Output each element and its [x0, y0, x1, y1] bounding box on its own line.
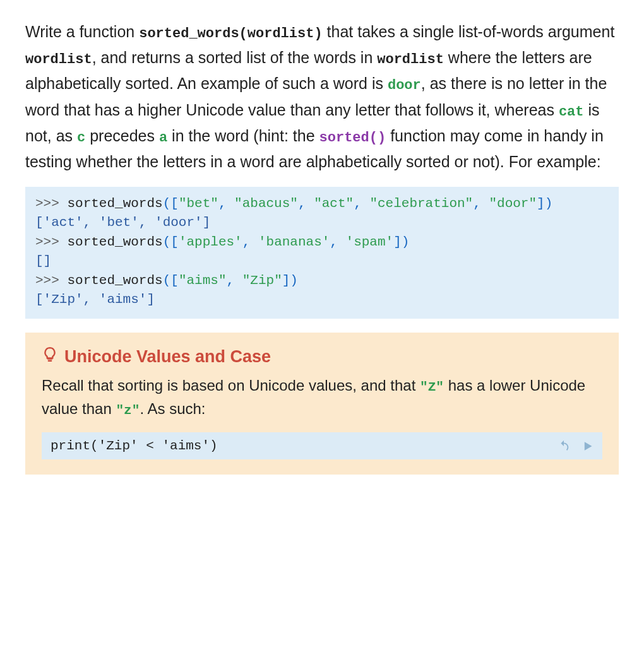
string-literal: 'aims' — [162, 439, 210, 453]
text: Write a function — [25, 23, 139, 40]
repl-prompt: >>> — [35, 235, 67, 249]
example-repl: >>> sorted_words(["bet", "abacus", "act"… — [25, 187, 619, 319]
string-literal: "Zip" — [242, 273, 282, 288]
string-literal: "aims" — [179, 273, 227, 288]
inline-code: c — [77, 130, 85, 146]
repl-output: ['act', 'bet', 'door'] — [35, 213, 609, 232]
hint-title-text: Unicode Values and Case — [64, 347, 271, 367]
text: that takes a single list-of-words argume… — [323, 23, 615, 40]
punct: ) — [210, 439, 218, 453]
inline-code: cat — [559, 104, 584, 120]
lightbulb-icon — [42, 346, 58, 367]
inline-code: "z" — [116, 403, 140, 418]
repl-line: >>> sorted_words(['apples', 'bananas', '… — [35, 233, 609, 252]
string-literal: 'bananas' — [258, 235, 330, 249]
text: . As such: — [140, 400, 205, 417]
repl-call: sorted_words — [67, 235, 162, 249]
string-literal: 'Zip' — [98, 439, 138, 453]
text: in the word (hint: the — [167, 127, 319, 145]
text: precedes — [85, 127, 159, 145]
play-icon[interactable] — [581, 440, 593, 452]
string-literal: "celebration" — [369, 196, 473, 211]
repl-output: [] — [35, 252, 609, 271]
string-literal: 'apples' — [179, 235, 242, 249]
problem-description: Write a function sorted_words(wordlist) … — [25, 19, 619, 174]
repl-call: sorted_words — [67, 196, 162, 211]
inline-code: wordlist — [377, 52, 444, 68]
repl-call: sorted_words — [67, 273, 162, 288]
string-literal: "abacus" — [234, 196, 298, 211]
string-literal: "door" — [489, 196, 537, 211]
inline-code: "Z" — [420, 379, 444, 394]
string-literal: "act" — [314, 196, 354, 211]
builtin: print — [51, 439, 90, 453]
text: Recall that sorting is based on Unicode … — [42, 377, 420, 394]
inline-code: sorted() — [319, 130, 386, 146]
repl-prompt: >>> — [35, 273, 67, 288]
hint-code-block: print('Zip' < 'aims') — [42, 432, 602, 459]
inline-code: door — [388, 78, 421, 93]
string-literal: 'spam' — [346, 235, 394, 249]
repl-line: >>> sorted_words(["bet", "abacus", "act"… — [35, 194, 609, 213]
repl-output: ['Zip', 'aims'] — [35, 290, 609, 309]
repl-line: >>> sorted_words(["aims", "Zip"]) — [35, 271, 609, 290]
text: , and returns a sorted list of the words… — [92, 49, 378, 66]
inline-code: wordlist — [25, 52, 92, 68]
inline-code: sorted_words(wordlist) — [139, 26, 322, 42]
code-line: print('Zip' < 'aims') — [51, 439, 218, 453]
operator: < — [138, 439, 162, 453]
hint-body: Recall that sorting is based on Unicode … — [42, 374, 602, 421]
hint-panel: Unicode Values and Case Recall that sort… — [25, 333, 619, 475]
repl-prompt: >>> — [35, 196, 67, 211]
inline-code: a — [159, 130, 167, 146]
punct: ( — [90, 439, 98, 453]
undo-icon[interactable] — [557, 439, 571, 453]
string-literal: "bet" — [179, 196, 218, 211]
hint-title: Unicode Values and Case — [42, 346, 602, 367]
